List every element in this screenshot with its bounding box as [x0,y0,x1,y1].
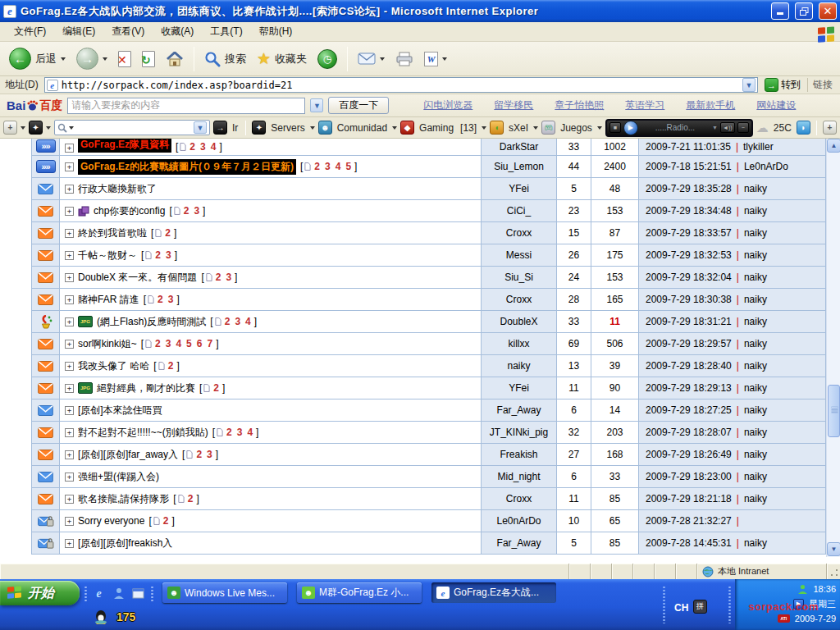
baidu-logo[interactable]: Bai 百度 [7,98,62,113]
topic-author[interactable]: Messi [482,244,557,266]
expand-topic-button[interactable]: + [65,251,74,260]
topic-title-link[interactable]: 對不起對不起!!!!!~~(別鎖我貼) [78,426,208,440]
last-poster[interactable]: naiky [744,249,767,261]
last-poster[interactable]: Le0nArDo [744,161,788,172]
topic-title-link[interactable]: GoFrag.Ez的比賽戰績圖片(０９年７月２日更新) [78,159,296,175]
topic-title-link[interactable]: 千帖～散财～ [78,249,137,262]
last-poster[interactable]: naiky [744,537,767,549]
history-button[interactable]: ◷ [313,48,341,71]
baidu-hot-link[interactable]: 最新款手机 [686,98,735,112]
mail-button[interactable] [354,51,389,66]
back-dropdown-icon[interactable] [61,57,66,63]
topic-title-link[interactable]: Sorry everyone [78,515,144,527]
topic-author[interactable]: DarkStar [482,139,557,155]
start-button[interactable]: 开始 [0,581,80,605]
baidu-search-dropdown[interactable]: ▼ [310,98,323,112]
topic-title-link[interactable]: 强细+盟(俾踢入会) [78,470,159,484]
chat-icon[interactable]: ◗ [797,121,810,135]
topic-title-link[interactable]: sor啊kinki姐~ [78,337,137,351]
forward-button[interactable]: → [72,46,112,71]
radio-play-button[interactable]: ▶ [623,121,638,135]
print-button[interactable] [391,50,418,68]
juegos-button[interactable]: Juegos [560,122,592,134]
weather-cloud-icon[interactable]: ☁ [756,121,769,135]
gaming-icon[interactable]: ◆ [400,121,414,135]
gaming-button[interactable]: Gaming [419,122,454,134]
menu-favorites[interactable]: 收藏(A) [153,23,201,40]
topic-title-link[interactable]: 絕對經典，剛才的比賽 [97,381,195,395]
expand-topic-button[interactable]: + [65,362,74,371]
baidu-search-input[interactable]: 请输入要搜索的内容 [67,98,305,114]
last-poster[interactable]: tlykiller [743,141,774,153]
scrollbar-thumb[interactable] [828,385,840,437]
back-button[interactable]: ← 后退 [5,46,70,71]
expand-topic-button[interactable]: + [65,450,74,459]
topic-title-link[interactable]: [原创][原创]far_away入 [78,448,178,462]
last-poster[interactable]: naiky [744,360,767,372]
plus-dropdown-icon[interactable] [46,126,51,132]
radio-minimize-button[interactable]: − [737,122,749,133]
comunidad-dropdown-icon[interactable] [392,126,397,132]
topic-author[interactable]: JT_KINki_pig [482,422,557,443]
refresh-button[interactable]: ↻ [138,49,159,69]
topic-pages[interactable]: [23 ] [141,249,177,261]
topic-author[interactable]: naiky [482,355,557,377]
last-poster[interactable]: naiky [744,294,767,305]
tray-ati-icon[interactable]: ATI [778,614,790,623]
topic-pages[interactable]: [234 ] [210,316,257,327]
last-poster[interactable]: naiky [744,272,767,283]
topic-pages[interactable]: [2 ] [199,382,225,394]
taskband-handle[interactable] [151,586,153,602]
topic-author[interactable]: Le0nArDo [482,510,557,532]
topic-pages[interactable]: [2 ] [173,493,199,504]
topic-title-link[interactable]: [原创][原创]freakish入 [78,536,172,550]
radio-volume-button[interactable]: ◄)) [720,122,735,133]
topic-title-link[interactable]: chp你要的config [94,204,165,218]
topic-pages[interactable]: [23 ] [201,272,237,283]
menu-view[interactable]: 查看(V) [104,23,152,40]
toolbar-search-input[interactable]: ▼ [54,120,210,135]
favorites-button[interactable]: ★ 收藏夹 [253,48,311,70]
topic-pages[interactable]: [2 ] [148,515,174,527]
topic-pages[interactable]: [234 ] [212,427,259,438]
sxei-dropdown-icon[interactable] [533,126,538,132]
ime-icon[interactable]: 拼 [693,600,707,614]
expand-topic-button[interactable]: + [65,406,74,415]
quicklaunch-desktop-icon[interactable] [131,587,145,600]
baidu-hot-link[interactable]: 留学移民 [494,98,533,112]
expand-topic-button[interactable]: + [65,295,74,304]
expand-topic-button[interactable]: + [65,185,74,194]
menu-edit[interactable]: 编辑(E) [55,23,103,40]
task-button-qq-group[interactable]: ☻ M群-GoFrag.Ez 小... [297,582,422,603]
add-dropdown-icon[interactable] [21,126,25,132]
search-scope-dropdown-icon[interactable] [69,126,74,132]
expand-topic-button[interactable]: + [65,517,74,526]
topic-author[interactable]: Siu_Lemon [482,156,557,177]
search-dropdown-button[interactable]: ▼ [194,121,207,134]
topic-author[interactable]: Freakish [482,444,557,465]
topic-pages[interactable]: [23 ] [182,449,218,460]
topic-title-link[interactable]: [原创]本來諗住唔買 [78,404,162,418]
topic-title-link[interactable]: 終於到我首歌啦 [78,226,147,240]
comunidad-button[interactable]: Comunidad [337,122,387,134]
topic-pages[interactable]: [234 ] [176,141,222,153]
mail-dropdown-icon[interactable] [380,57,385,63]
stop-button[interactable]: ✕ [114,49,135,69]
baidu-hot-link[interactable]: 网站建设 [756,98,796,112]
topic-author[interactable]: Croxx [482,222,557,244]
last-poster[interactable]: naiky [744,382,767,394]
forward-dropdown-icon[interactable] [103,57,107,63]
last-poster[interactable]: naiky [744,338,767,349]
topic-pages[interactable]: [23 ] [169,205,205,217]
last-poster[interactable]: naiky [744,404,767,416]
sxei-icon[interactable]: ◖ [490,121,504,135]
topic-pages[interactable]: [234567 ] [141,338,219,349]
expand-topic-button[interactable]: + [65,384,74,393]
toolbar-splitter[interactable] [245,121,246,135]
topic-author[interactable]: Far_Away [482,399,557,421]
task-button-messenger[interactable]: ☻ Windows Live Mes... [162,582,287,603]
radio-stop-button[interactable]: ■ [609,122,621,133]
expand-topic-button[interactable]: + [65,495,74,504]
baidu-hot-link[interactable]: 英语学习 [625,98,664,112]
quicklaunch-ie-icon[interactable]: e [92,587,106,600]
